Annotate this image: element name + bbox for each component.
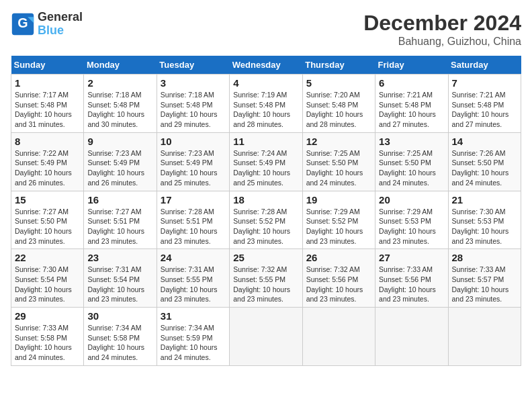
day-number: 23 bbox=[87, 252, 152, 263]
day-number: 4 bbox=[233, 77, 298, 89]
logo-line1: General bbox=[38, 11, 83, 24]
calendar-week-4: 22Sunrise: 7:30 AMSunset: 5:54 PMDayligh… bbox=[11, 249, 521, 308]
calendar-week-5: 29Sunrise: 7:33 AMSunset: 5:58 PMDayligh… bbox=[11, 308, 521, 366]
day-info: Sunrise: 7:30 AMSunset: 5:54 PMDaylight:… bbox=[15, 265, 72, 303]
day-cell-21: 21Sunrise: 7:30 AMSunset: 5:53 PMDayligh… bbox=[448, 191, 521, 249]
day-number: 21 bbox=[452, 194, 517, 205]
day-info: Sunrise: 7:29 AMSunset: 5:53 PMDaylight:… bbox=[379, 208, 436, 245]
day-number: 25 bbox=[233, 252, 298, 263]
logo-line2: Blue bbox=[38, 24, 83, 38]
day-number: 18 bbox=[233, 194, 298, 205]
day-info: Sunrise: 7:25 AMSunset: 5:50 PMDaylight:… bbox=[306, 149, 363, 187]
page-header: G General Blue December 2024 Bahuang, Gu… bbox=[11, 11, 521, 48]
day-cell-2: 2Sunrise: 7:18 AMSunset: 5:48 PMDaylight… bbox=[84, 75, 157, 133]
day-cell-25: 25Sunrise: 7:32 AMSunset: 5:55 PMDayligh… bbox=[230, 249, 302, 308]
empty-cell bbox=[302, 308, 375, 366]
day-number: 15 bbox=[15, 194, 80, 205]
day-cell-4: 4Sunrise: 7:19 AMSunset: 5:48 PMDaylight… bbox=[230, 75, 302, 133]
day-number: 22 bbox=[15, 252, 80, 263]
day-cell-30: 30Sunrise: 7:34 AMSunset: 5:58 PMDayligh… bbox=[84, 308, 157, 366]
empty-cell bbox=[448, 308, 521, 366]
day-number: 14 bbox=[452, 136, 517, 147]
day-info: Sunrise: 7:31 AMSunset: 5:55 PMDaylight:… bbox=[161, 265, 218, 303]
day-number: 7 bbox=[452, 77, 517, 89]
logo-icon: G bbox=[11, 12, 35, 36]
calendar-week-2: 8Sunrise: 7:22 AMSunset: 5:49 PMDaylight… bbox=[11, 132, 521, 191]
day-number: 1 bbox=[15, 77, 80, 89]
day-cell-3: 3Sunrise: 7:18 AMSunset: 5:48 PMDaylight… bbox=[157, 75, 229, 133]
day-info: Sunrise: 7:31 AMSunset: 5:54 PMDaylight:… bbox=[87, 265, 144, 303]
day-info: Sunrise: 7:18 AMSunset: 5:48 PMDaylight:… bbox=[87, 91, 144, 128]
col-thursday: Thursday bbox=[302, 56, 375, 75]
day-cell-12: 12Sunrise: 7:25 AMSunset: 5:50 PMDayligh… bbox=[302, 132, 375, 191]
day-info: Sunrise: 7:24 AMSunset: 5:49 PMDaylight:… bbox=[233, 149, 290, 187]
day-cell-13: 13Sunrise: 7:25 AMSunset: 5:50 PMDayligh… bbox=[375, 132, 448, 191]
day-cell-28: 28Sunrise: 7:33 AMSunset: 5:57 PMDayligh… bbox=[448, 249, 521, 308]
day-number: 19 bbox=[306, 194, 371, 205]
day-info: Sunrise: 7:19 AMSunset: 5:48 PMDaylight:… bbox=[233, 91, 290, 128]
day-number: 2 bbox=[87, 77, 152, 89]
day-cell-10: 10Sunrise: 7:23 AMSunset: 5:49 PMDayligh… bbox=[157, 132, 229, 191]
day-info: Sunrise: 7:32 AMSunset: 5:56 PMDaylight:… bbox=[306, 265, 363, 303]
day-cell-20: 20Sunrise: 7:29 AMSunset: 5:53 PMDayligh… bbox=[375, 191, 448, 249]
day-info: Sunrise: 7:33 AMSunset: 5:58 PMDaylight:… bbox=[15, 324, 72, 361]
day-cell-14: 14Sunrise: 7:26 AMSunset: 5:50 PMDayligh… bbox=[448, 132, 521, 191]
day-number: 28 bbox=[452, 252, 517, 263]
day-info: Sunrise: 7:22 AMSunset: 5:49 PMDaylight:… bbox=[15, 149, 72, 187]
day-info: Sunrise: 7:33 AMSunset: 5:56 PMDaylight:… bbox=[379, 265, 436, 303]
day-info: Sunrise: 7:21 AMSunset: 5:48 PMDaylight:… bbox=[379, 91, 436, 128]
day-info: Sunrise: 7:28 AMSunset: 5:52 PMDaylight:… bbox=[233, 208, 290, 245]
col-saturday: Saturday bbox=[448, 56, 521, 75]
col-sunday: Sunday bbox=[11, 56, 84, 75]
day-cell-19: 19Sunrise: 7:29 AMSunset: 5:52 PMDayligh… bbox=[302, 191, 375, 249]
col-tuesday: Tuesday bbox=[157, 56, 229, 75]
day-number: 24 bbox=[161, 252, 226, 263]
day-cell-8: 8Sunrise: 7:22 AMSunset: 5:49 PMDaylight… bbox=[11, 132, 84, 191]
day-info: Sunrise: 7:26 AMSunset: 5:50 PMDaylight:… bbox=[452, 149, 509, 187]
day-number: 5 bbox=[306, 77, 371, 89]
day-number: 12 bbox=[306, 136, 371, 147]
day-info: Sunrise: 7:30 AMSunset: 5:53 PMDaylight:… bbox=[452, 208, 509, 245]
day-cell-15: 15Sunrise: 7:27 AMSunset: 5:50 PMDayligh… bbox=[11, 191, 84, 249]
day-cell-27: 27Sunrise: 7:33 AMSunset: 5:56 PMDayligh… bbox=[375, 249, 448, 308]
col-friday: Friday bbox=[375, 56, 448, 75]
day-cell-22: 22Sunrise: 7:30 AMSunset: 5:54 PMDayligh… bbox=[11, 249, 84, 308]
empty-cell bbox=[375, 308, 448, 366]
day-info: Sunrise: 7:34 AMSunset: 5:59 PMDaylight:… bbox=[161, 324, 218, 361]
day-number: 6 bbox=[379, 77, 444, 89]
day-info: Sunrise: 7:34 AMSunset: 5:58 PMDaylight:… bbox=[87, 324, 144, 361]
location: Bahuang, Guizhou, China bbox=[363, 36, 521, 48]
day-info: Sunrise: 7:27 AMSunset: 5:50 PMDaylight:… bbox=[15, 208, 72, 245]
day-number: 10 bbox=[161, 136, 226, 147]
day-cell-26: 26Sunrise: 7:32 AMSunset: 5:56 PMDayligh… bbox=[302, 249, 375, 308]
day-cell-18: 18Sunrise: 7:28 AMSunset: 5:52 PMDayligh… bbox=[230, 191, 302, 249]
day-info: Sunrise: 7:18 AMSunset: 5:48 PMDaylight:… bbox=[161, 91, 218, 128]
day-cell-9: 9Sunrise: 7:23 AMSunset: 5:49 PMDaylight… bbox=[84, 132, 157, 191]
day-number: 11 bbox=[233, 136, 298, 147]
day-cell-24: 24Sunrise: 7:31 AMSunset: 5:55 PMDayligh… bbox=[157, 249, 229, 308]
day-cell-7: 7Sunrise: 7:21 AMSunset: 5:48 PMDaylight… bbox=[448, 75, 521, 133]
day-info: Sunrise: 7:28 AMSunset: 5:51 PMDaylight:… bbox=[161, 208, 218, 245]
col-monday: Monday bbox=[84, 56, 157, 75]
day-number: 3 bbox=[161, 77, 226, 89]
day-cell-1: 1Sunrise: 7:17 AMSunset: 5:48 PMDaylight… bbox=[11, 75, 84, 133]
calendar-week-3: 15Sunrise: 7:27 AMSunset: 5:50 PMDayligh… bbox=[11, 191, 521, 249]
day-info: Sunrise: 7:25 AMSunset: 5:50 PMDaylight:… bbox=[379, 149, 436, 187]
title-block: December 2024 Bahuang, Guizhou, China bbox=[363, 11, 521, 48]
day-number: 17 bbox=[161, 194, 226, 205]
day-info: Sunrise: 7:32 AMSunset: 5:55 PMDaylight:… bbox=[233, 265, 290, 303]
day-number: 9 bbox=[87, 136, 152, 147]
day-info: Sunrise: 7:21 AMSunset: 5:48 PMDaylight:… bbox=[452, 91, 509, 128]
day-cell-5: 5Sunrise: 7:20 AMSunset: 5:48 PMDaylight… bbox=[302, 75, 375, 133]
day-number: 16 bbox=[87, 194, 152, 205]
svg-text:G: G bbox=[17, 15, 28, 30]
empty-cell bbox=[230, 308, 302, 366]
day-info: Sunrise: 7:29 AMSunset: 5:52 PMDaylight:… bbox=[306, 208, 363, 245]
day-info: Sunrise: 7:27 AMSunset: 5:51 PMDaylight:… bbox=[87, 208, 144, 245]
day-number: 20 bbox=[379, 194, 444, 205]
day-info: Sunrise: 7:23 AMSunset: 5:49 PMDaylight:… bbox=[161, 149, 218, 187]
day-cell-16: 16Sunrise: 7:27 AMSunset: 5:51 PMDayligh… bbox=[84, 191, 157, 249]
day-number: 27 bbox=[379, 252, 444, 263]
header-row: Sunday Monday Tuesday Wednesday Thursday… bbox=[11, 56, 521, 75]
calendar-table: Sunday Monday Tuesday Wednesday Thursday… bbox=[11, 56, 521, 366]
